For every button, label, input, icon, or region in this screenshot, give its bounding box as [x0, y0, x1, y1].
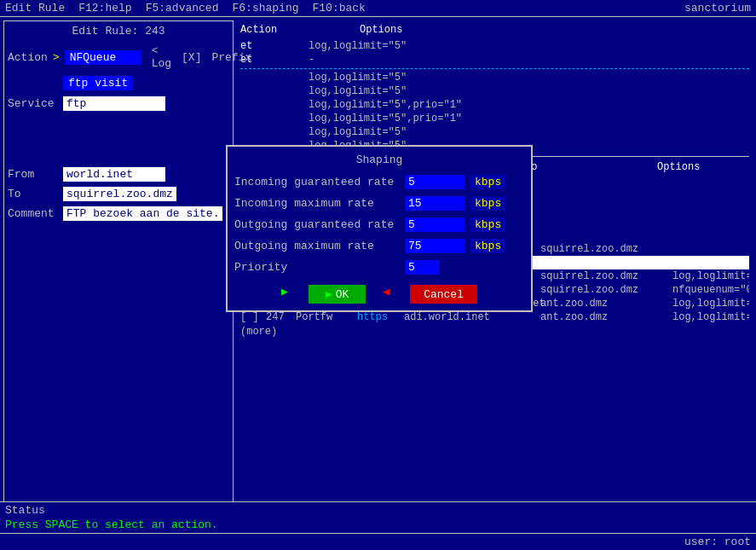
- outgoing-max-input[interactable]: [405, 239, 465, 253]
- outgoing-max-unit: kbps: [470, 239, 506, 253]
- action-row: Action > < Log [X] Prefix: [8, 44, 229, 70]
- incoming-guaranteed-row: Incoming guaranteed rate kbps: [234, 175, 524, 189]
- prefix-value[interactable]: ftp visit: [63, 76, 133, 90]
- opt-row-5: log,loglimit="5",prio="1": [240, 98, 749, 112]
- opt-value-1: log,loglimit="5": [309, 40, 407, 52]
- f10-key[interactable]: F10:back: [313, 2, 366, 14]
- service-value[interactable]: ftp: [63, 96, 165, 111]
- outgoing-max-label: Outgoing maximum rate: [234, 240, 405, 252]
- to-row: To squirrel.zoo.dmz: [8, 187, 229, 201]
- bottom-bar: user: root: [0, 533, 756, 550]
- col-action-header: Action: [240, 24, 309, 36]
- cancel-button[interactable]: Cancel: [410, 285, 477, 304]
- top-bar-keys: Edit Rule F12:help F5:advanced F6:shapin…: [5, 2, 366, 14]
- action-label: Action: [8, 51, 48, 64]
- outgoing-guaranteed-row: Outgoing guaranteed rate kbps: [234, 217, 524, 232]
- outgoing-guaranteed-label: Outgoing guaranteed rate: [234, 218, 405, 231]
- incoming-max-label: Incoming maximum rate: [234, 197, 405, 210]
- f5-key[interactable]: F5:advanced: [146, 2, 219, 14]
- incoming-guaranteed-label: Incoming guaranteed rate: [234, 176, 405, 188]
- comment-row: Comment FTP bezoek aan de site.: [8, 206, 229, 221]
- action-input[interactable]: [65, 50, 141, 65]
- status-message: Press SPACE to select an action.: [5, 518, 751, 531]
- status-label: Status: [5, 504, 751, 517]
- opt-row-2: et -: [240, 53, 749, 67]
- rules-col-to: To: [525, 161, 657, 173]
- shaping-dialog: Shaping Incoming guaranteed rate kbps In…: [226, 145, 533, 312]
- incoming-guaranteed-input[interactable]: [405, 175, 465, 189]
- ok-arrow: ▶: [281, 285, 288, 304]
- col-service-header: [309, 24, 360, 36]
- service-label: Service: [8, 97, 63, 110]
- ok-button[interactable]: OK: [309, 285, 366, 304]
- incoming-max-unit: kbps: [470, 196, 506, 211]
- dash-separator: [240, 68, 749, 69]
- cancel-arrow: ◀: [383, 285, 390, 304]
- from-row: From world.inet: [8, 167, 229, 182]
- from-label: From: [8, 168, 63, 181]
- to-value[interactable]: squirrel.zoo.dmz: [63, 187, 176, 201]
- rules-col-options: Options: [657, 161, 749, 173]
- comment-label: Comment: [8, 207, 63, 220]
- edit-rule-title: Edit Rule: 243: [8, 25, 229, 38]
- from-value[interactable]: world.inet: [63, 167, 165, 182]
- opt-row-1: et log,loglimit="5": [240, 39, 749, 53]
- col-options-header: Options: [360, 24, 749, 36]
- service-row: Service ftp: [8, 96, 229, 111]
- incoming-max-input[interactable]: [405, 196, 465, 211]
- comment-value[interactable]: FTP bezoek aan de site.: [63, 206, 222, 221]
- opt-row-6: log,loglimit="5",prio="1": [240, 112, 749, 125]
- opt-row-4: log,loglimit="5": [240, 84, 749, 98]
- f6-key[interactable]: F6:shaping: [232, 2, 298, 14]
- edit-rule-panel: Edit Rule: 243 Action > < Log [X] Prefix…: [3, 20, 234, 509]
- action-arrow: >: [53, 51, 60, 64]
- outgoing-max-row: Outgoing maximum rate kbps: [234, 239, 524, 253]
- more-label: (more): [240, 326, 749, 338]
- prefix-label: Prefix: [211, 51, 251, 64]
- incoming-max-row: Incoming maximum rate kbps: [234, 196, 524, 211]
- top-bar: Edit Rule F12:help F5:advanced F6:shapin…: [0, 0, 756, 17]
- incoming-guaranteed-unit: kbps: [470, 175, 506, 189]
- outgoing-guaranteed-input[interactable]: [405, 217, 465, 232]
- opt-value-2: -: [309, 54, 315, 66]
- f12-key[interactable]: F12:help: [78, 2, 131, 14]
- shaping-title: Shaping: [234, 153, 524, 166]
- priority-input[interactable]: [405, 260, 439, 275]
- status-bar: Status Press SPACE to select an action.: [0, 501, 756, 533]
- user-label: user: root: [684, 536, 751, 548]
- to-label: To: [8, 188, 63, 200]
- opt-row-3: log,loglimit="5": [240, 71, 749, 84]
- priority-label: Priority: [234, 261, 405, 274]
- log-checkbox[interactable]: [X]: [182, 51, 201, 64]
- shaping-buttons: ▶ OK ◀ Cancel: [234, 285, 524, 304]
- outgoing-guaranteed-unit: kbps: [470, 217, 506, 232]
- table-row[interactable]: [ ] 247 Portfw https adi.world.inet ant.…: [240, 310, 749, 324]
- log-suffix: < Log: [152, 44, 171, 70]
- hostname: sanctorium: [684, 2, 751, 14]
- priority-row: Priority: [234, 260, 524, 275]
- opt-row-7: log,loglimit="5": [240, 125, 749, 139]
- edit-rule-label: Edit Rule: [5, 2, 65, 14]
